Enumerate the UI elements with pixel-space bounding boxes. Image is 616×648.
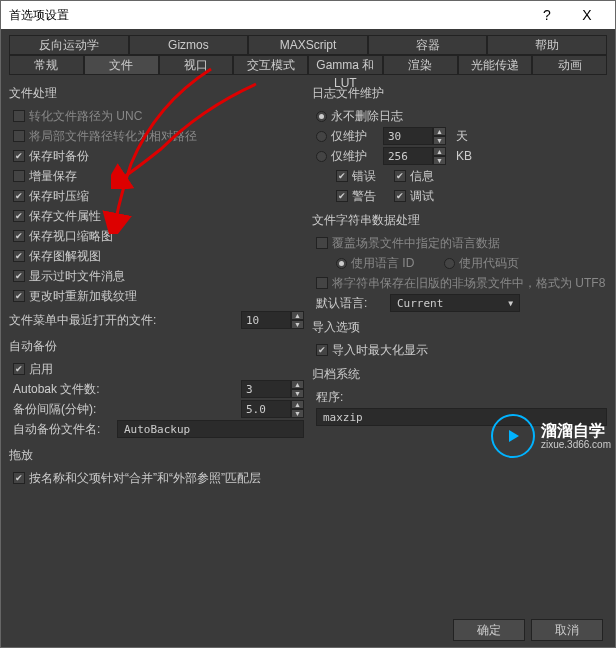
cb-save-thumb[interactable]	[13, 230, 25, 242]
lbl-save-props: 保存文件属性	[29, 208, 101, 225]
cb-reload-tex[interactable]	[13, 290, 25, 302]
preferences-window: 首选项设置 ? X 反向运动学 Gizmos MAXScript 容器 帮助 常…	[0, 0, 616, 648]
lbl-lang-id: 使用语言 ID	[351, 255, 414, 272]
cb-warn[interactable]	[336, 190, 348, 202]
tab-file[interactable]: 文件	[84, 55, 159, 75]
lbl-error: 错误	[352, 168, 376, 185]
lbl-recent: 文件菜单中最近打开的文件:	[9, 312, 237, 329]
archive-title: 归档系统	[312, 366, 607, 383]
string-handling-title: 文件字符串数据处理	[312, 212, 607, 229]
lbl-convert-rel: 将局部文件路径转化为相对路径	[29, 128, 197, 145]
cb-convert-unc[interactable]	[13, 110, 25, 122]
cb-show-obsolete[interactable]	[13, 270, 25, 282]
lbl-default-lang: 默认语言:	[316, 295, 386, 312]
left-column: 文件处理 转化文件路径为 UNC 将局部文件路径转化为相对路径 保存时备份 增量…	[9, 81, 304, 439]
cancel-button[interactable]: 取消	[531, 619, 603, 641]
lbl-utf8: 将字符串保存在旧版的非场景文件中，格式为 UTF8	[332, 275, 605, 292]
lbl-bak-interval: 备份间隔(分钟):	[13, 401, 237, 418]
watermark: 溜溜自学 zixue.3d66.com	[491, 414, 611, 458]
lbl-days-unit: 天	[456, 128, 468, 145]
input-kb	[383, 147, 433, 165]
spinner-recent[interactable]: ▲▼	[241, 311, 304, 329]
radio-never[interactable]	[316, 111, 327, 122]
tab-viewport[interactable]: 视口	[159, 55, 234, 75]
lbl-reload-tex: 更改时重新加载纹理	[29, 288, 137, 305]
lbl-match: 按名称和父项针对“合并”和“外部参照”匹配层	[29, 470, 261, 487]
cb-convert-rel[interactable]	[13, 130, 25, 142]
dropdown-lang[interactable]: Current▼	[390, 294, 520, 312]
input-recent[interactable]	[241, 311, 291, 329]
tab-help[interactable]: 帮助	[487, 35, 607, 55]
lbl-incremental: 增量保存	[29, 168, 77, 185]
tab-ik[interactable]: 反向运动学	[9, 35, 129, 55]
lbl-debug: 调试	[410, 188, 434, 205]
tab-radiosity[interactable]: 光能传递	[458, 55, 533, 75]
lbl-bak-count: Autobak 文件数:	[13, 381, 237, 398]
cb-info[interactable]	[394, 170, 406, 182]
cb-maximize[interactable]	[316, 344, 328, 356]
lbl-backup-save: 保存时备份	[29, 148, 89, 165]
tab-container[interactable]: 容器	[368, 35, 488, 55]
watermark-url: zixue.3d66.com	[541, 439, 611, 450]
cb-utf8[interactable]	[316, 277, 328, 289]
radio-codepage[interactable]	[444, 258, 455, 269]
cb-backup-save[interactable]	[13, 150, 25, 162]
radio-kb[interactable]	[316, 151, 327, 162]
cb-save-props[interactable]	[13, 210, 25, 222]
auto-backup-title: 自动备份	[9, 338, 304, 355]
lbl-program: 程序:	[316, 389, 343, 406]
lbl-show-obsolete: 显示过时文件消息	[29, 268, 125, 285]
lbl-compress-save: 保存时压缩	[29, 188, 89, 205]
input-bak-interval[interactable]	[241, 400, 291, 418]
dropdown-lang-value: Current	[397, 297, 443, 310]
help-button[interactable]: ?	[527, 7, 567, 23]
spinner-bak-interval[interactable]: ▲▼	[241, 400, 304, 418]
cb-incremental[interactable]	[13, 170, 25, 182]
spinner-bak-count[interactable]: ▲▼	[241, 380, 304, 398]
tab-gizmos[interactable]: Gizmos	[129, 35, 249, 55]
lbl-convert-unc: 转化文件路径为 UNC	[29, 108, 142, 125]
chevron-down-icon: ▼	[508, 299, 513, 308]
close-button[interactable]: X	[567, 7, 607, 23]
log-maint-title: 日志文件维护	[312, 85, 607, 102]
lbl-info: 信息	[410, 168, 434, 185]
input-days	[383, 127, 433, 145]
cb-save-schematic[interactable]	[13, 250, 25, 262]
lbl-days: 仅维护	[331, 128, 367, 145]
spinner-days[interactable]: ▲▼	[383, 127, 446, 145]
cb-compress-save[interactable]	[13, 190, 25, 202]
ok-button[interactable]: 确定	[453, 619, 525, 641]
play-icon	[491, 414, 535, 458]
cb-override[interactable]	[316, 237, 328, 249]
tab-render[interactable]: 渲染	[383, 55, 458, 75]
watermark-brand: 溜溜自学	[541, 422, 611, 440]
radio-lang-id[interactable]	[336, 258, 347, 269]
input-bak-name[interactable]	[117, 420, 304, 438]
tab-maxscript[interactable]: MAXScript	[248, 35, 368, 55]
lbl-kb: 仅维护	[331, 148, 367, 165]
cb-match[interactable]	[13, 472, 25, 484]
lbl-save-schematic: 保存图解视图	[29, 248, 101, 265]
cb-debug[interactable]	[394, 190, 406, 202]
window-title: 首选项设置	[9, 7, 527, 24]
footer: 确定 取消	[1, 613, 615, 647]
file-handling-title: 文件处理	[9, 85, 304, 102]
radio-days[interactable]	[316, 131, 327, 142]
lbl-kb-unit: KB	[456, 149, 472, 163]
spinner-kb[interactable]: ▲▼	[383, 147, 446, 165]
tab-gamma[interactable]: Gamma 和 LUT	[308, 55, 383, 75]
lbl-bak-name: 自动备份文件名:	[13, 421, 113, 438]
cb-error[interactable]	[336, 170, 348, 182]
import-title: 导入选项	[312, 319, 607, 336]
lbl-enable-backup: 启用	[29, 361, 53, 378]
tab-general[interactable]: 常规	[9, 55, 84, 75]
tab-row-1: 反向运动学 Gizmos MAXScript 容器 帮助	[9, 35, 607, 55]
lbl-override: 覆盖场景文件中指定的语言数据	[332, 235, 500, 252]
input-bak-count[interactable]	[241, 380, 291, 398]
cb-enable-backup[interactable]	[13, 363, 25, 375]
lbl-save-thumb: 保存视口缩略图	[29, 228, 113, 245]
lbl-warn: 警告	[352, 188, 376, 205]
tab-animation[interactable]: 动画	[532, 55, 607, 75]
titlebar: 首选项设置 ? X	[1, 1, 615, 29]
tab-interaction[interactable]: 交互模式	[233, 55, 308, 75]
